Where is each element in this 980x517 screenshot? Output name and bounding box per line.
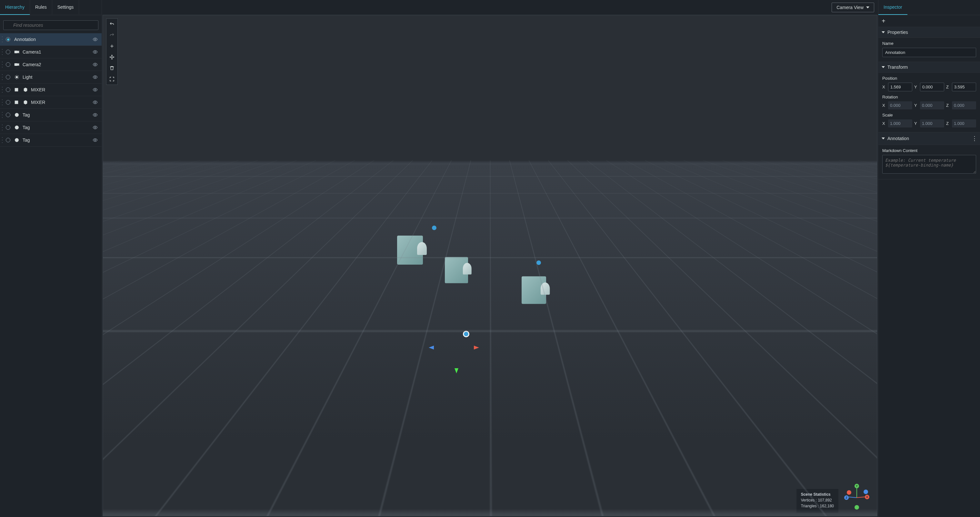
mixer-object[interactable] [397, 236, 423, 265]
visibility-toggle-icon[interactable] [92, 75, 98, 80]
hierarchy-item[interactable]: Annotation [0, 33, 102, 46]
hierarchy-item[interactable]: Camera1 [0, 46, 102, 58]
svg-rect-5 [14, 64, 18, 66]
search-input[interactable] [3, 20, 99, 30]
hierarchy-item[interactable]: Light [0, 71, 102, 84]
tab-hierarchy[interactable]: Hierarchy [0, 0, 30, 15]
svg-point-30 [94, 127, 96, 128]
visibility-toggle-icon[interactable] [92, 125, 98, 130]
annotation-marker[interactable] [463, 331, 469, 337]
svg-point-20 [94, 89, 96, 90]
select-radio[interactable] [6, 75, 10, 80]
hierarchy-item[interactable]: MIXER [0, 84, 102, 96]
undo-button[interactable] [107, 19, 118, 30]
more-options-icon[interactable]: ⋮ [972, 135, 977, 142]
hierarchy-item-label: Camera2 [22, 62, 92, 67]
rotation-x-input[interactable] [888, 101, 912, 109]
left-tabs: Hierarchy Rules Settings [0, 0, 102, 15]
drag-handle-icon[interactable] [2, 99, 3, 105]
hierarchy-item[interactable]: MIXER [0, 96, 102, 109]
position-y-input[interactable] [920, 83, 944, 91]
drag-handle-icon[interactable] [2, 137, 3, 143]
mixer-object[interactable] [445, 257, 468, 283]
tab-inspector[interactable]: Inspector [878, 0, 907, 15]
hierarchy-item-label: Tag [22, 112, 92, 118]
svg-point-6 [94, 64, 96, 65]
axis-gizmo[interactable]: Y X Z [842, 483, 871, 512]
select-radio[interactable] [6, 113, 10, 117]
chevron-down-icon [881, 66, 885, 68]
hierarchy-item[interactable]: Camera2 [0, 58, 102, 71]
tag-marker[interactable] [432, 226, 436, 230]
visibility-toggle-icon[interactable] [92, 137, 98, 143]
drag-handle-icon[interactable] [2, 74, 3, 80]
hierarchy-item-label: MIXER [31, 100, 92, 105]
camera-view-dropdown[interactable]: Camera View [832, 3, 874, 12]
scene-statistics: Scene Statistics Vertices : 107,892 Tria… [797, 489, 838, 513]
scale-z-input[interactable] [952, 120, 976, 128]
select-radio[interactable] [6, 62, 10, 67]
drag-handle-icon[interactable] [2, 37, 3, 42]
axis-z-label: Z [946, 85, 950, 89]
visibility-toggle-icon[interactable] [92, 100, 98, 105]
mixer-object[interactable] [522, 276, 546, 304]
delete-button[interactable] [107, 62, 118, 73]
svg-point-29 [16, 127, 18, 128]
drag-handle-icon[interactable] [2, 87, 3, 93]
inspector-panel: Inspector + Properties Name Transform Po… [878, 0, 980, 517]
name-label: Name [882, 41, 976, 46]
chevron-down-icon [881, 31, 885, 33]
drag-handle-icon[interactable] [2, 124, 3, 130]
visibility-toggle-icon[interactable] [92, 112, 98, 118]
drag-handle-icon[interactable] [2, 49, 3, 55]
section-transform-header[interactable]: Transform [878, 62, 980, 73]
name-input[interactable] [882, 48, 976, 57]
position-z-input[interactable] [952, 83, 976, 91]
hierarchy-item[interactable]: Tag [0, 121, 102, 134]
gizmo-x-axis[interactable] [474, 346, 479, 349]
add-component-button[interactable]: + [881, 18, 888, 24]
visibility-toggle-icon[interactable] [92, 37, 98, 42]
3d-viewport[interactable]: ‹ › Scene Statistics Vertices : 107,892 … [103, 15, 877, 516]
tab-settings[interactable]: Settings [52, 0, 80, 15]
drag-handle-icon[interactable] [2, 62, 3, 67]
axis-x-label: X [882, 85, 886, 89]
axis-y-label: Y [914, 85, 918, 89]
rotation-label: Rotation [882, 94, 976, 99]
markdown-label: Markdown Content [882, 148, 976, 153]
section-properties-header[interactable]: Properties [878, 27, 980, 38]
section-annotation-header[interactable]: Annotation ⋮ [878, 132, 980, 145]
redo-button[interactable] [107, 30, 118, 41]
scale-y-input[interactable] [920, 120, 944, 128]
move-tool-button[interactable] [107, 52, 118, 62]
markdown-textarea[interactable] [882, 155, 976, 174]
select-radio[interactable] [6, 138, 10, 142]
select-radio[interactable] [6, 50, 10, 54]
tab-rules[interactable]: Rules [30, 0, 52, 15]
visibility-toggle-icon[interactable] [92, 62, 98, 67]
hierarchy-item[interactable]: Tag [0, 134, 102, 147]
rotation-y-input[interactable] [920, 101, 944, 109]
hierarchy-item-label: Camera1 [22, 49, 92, 54]
svg-rect-3 [14, 51, 18, 53]
position-x-input[interactable] [888, 83, 912, 91]
select-radio[interactable] [6, 125, 10, 130]
drag-handle-icon[interactable] [2, 112, 3, 118]
hierarchy-item[interactable]: Tag [0, 109, 102, 121]
gizmo-z-axis[interactable] [429, 346, 434, 349]
scale-label: Scale [882, 113, 976, 118]
add-button[interactable] [107, 41, 118, 52]
visibility-toggle-icon[interactable] [92, 87, 98, 92]
rotation-z-input[interactable] [952, 101, 976, 109]
svg-point-27 [94, 114, 96, 115]
visibility-toggle-icon[interactable] [92, 49, 98, 54]
svg-point-26 [16, 114, 18, 115]
hierarchy-item-label: Tag [22, 125, 92, 130]
select-radio[interactable] [6, 88, 10, 92]
expand-button[interactable] [107, 73, 118, 85]
scale-x-input[interactable] [888, 120, 912, 128]
select-radio[interactable] [6, 37, 10, 41]
gizmo-y-axis[interactable] [455, 368, 458, 373]
select-radio[interactable] [6, 100, 10, 105]
hierarchy-panel: Hierarchy Rules Settings Annotation Came… [0, 0, 102, 517]
